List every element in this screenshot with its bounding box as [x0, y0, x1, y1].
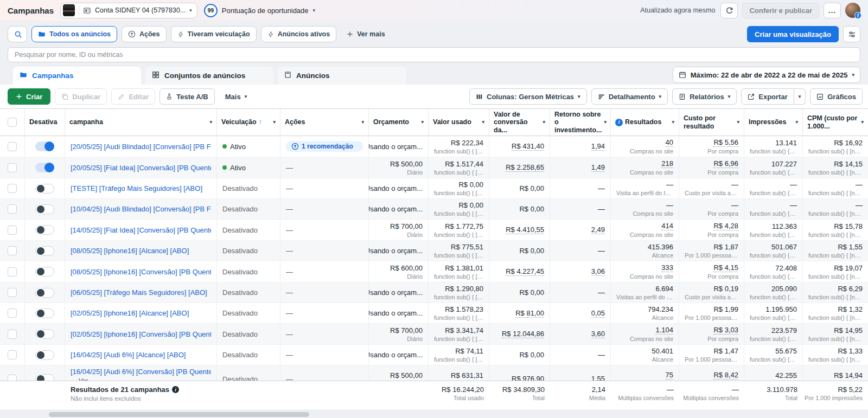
row-checkbox[interactable] — [8, 308, 17, 318]
settings-sliders-button[interactable] — [843, 26, 860, 42]
conversion-value: R$ 2.258,65 — [489, 157, 550, 178]
filter-chip-todos-os-anúncios[interactable]: Todos os anúncios — [31, 26, 117, 42]
campaign-toggle[interactable] — [35, 246, 54, 256]
search-button[interactable] — [8, 26, 27, 42]
filter-chip-tiveram-veiculação[interactable]: Tiveram veiculação — [171, 26, 257, 42]
campaign-link[interactable]: [06/05/25] [Tráfego Mais Seguidores] [AB… — [71, 288, 211, 297]
conversion-value: R$ 4.227,45 — [489, 261, 550, 282]
campaign-toggle[interactable] — [35, 288, 54, 298]
campaign-link[interactable]: [14/05/25] [Fiat Idea] [Conversão] [PB Q… — [71, 226, 211, 234]
impressions: 107.227function sub() { [native code] } — [744, 157, 803, 178]
no-action-dash: — — [286, 164, 363, 172]
row-checkbox[interactable] — [8, 330, 17, 339]
column-menu-icon[interactable]: ▾ — [861, 119, 864, 125]
info-icon[interactable]: i — [172, 386, 179, 393]
row-toggle-cell — [25, 324, 65, 344]
campaign-link[interactable]: [10/04/25] [Audi Blindado] [Conversão] [… — [71, 205, 211, 213]
campaign-toggle[interactable] — [35, 204, 54, 214]
campaign-link[interactable]: [20/05/25] [Audi Blindado] [Conversão] [… — [71, 143, 211, 151]
column-menu-icon[interactable]: ▾ — [209, 119, 212, 125]
campaign-link[interactable]: [08/05/25] [Iphone16] [Alcance] [ABO] — [71, 247, 211, 255]
row-checkbox[interactable] — [8, 163, 17, 172]
info-icon[interactable]: i — [615, 119, 623, 126]
filter-chip-ações[interactable]: Ações — [122, 26, 167, 42]
campaign-toggle[interactable] — [35, 184, 54, 194]
refresh-button[interactable] — [720, 3, 738, 18]
campaign-toggle[interactable] — [35, 225, 54, 235]
mais-button[interactable]: Mais▾ — [219, 88, 253, 105]
recommendation-pill[interactable]: 1 recomendação — [286, 141, 363, 152]
search-input[interactable] — [8, 47, 860, 62]
column-menu-icon[interactable]: ▾ — [421, 119, 424, 125]
column-menu-icon[interactable]: ▾ — [604, 119, 607, 125]
campaign-link[interactable]: [02/05/25] [Iphone16] [Alcance] [ABO] — [71, 309, 211, 317]
row-checkbox[interactable] — [8, 226, 17, 235]
row-checkbox[interactable] — [8, 246, 17, 255]
row-checkbox[interactable] — [8, 288, 17, 297]
detalhamento-button[interactable]: Detalhamento▾ — [591, 88, 668, 105]
campaign-toggle[interactable] — [35, 350, 54, 360]
exportar-button[interactable]: Exportar — [741, 88, 794, 105]
opportunity-score[interactable]: 99 Pontuação de oportunidade ▾ — [204, 4, 315, 17]
row-checkbox[interactable] — [8, 184, 17, 193]
impressions-sublabel: function sub() { [native code] } — [750, 273, 797, 280]
campaign-link[interactable]: [02/05/25] [Iphone16] [Conversão] [PB Qu… — [71, 330, 211, 338]
create-view-button[interactable]: Criar uma visualização — [747, 26, 839, 42]
date-range-selector[interactable]: Máximo: 22 de abr de 2022 a 22 de mai de… — [673, 67, 860, 83]
column-menu-icon[interactable]: ▾ — [795, 119, 798, 125]
campaign-link[interactable]: [16/04/25] [Audi 6%] [Alcance] [ABO] — [71, 351, 211, 359]
tab-campanhas[interactable]: Campanhas — [13, 67, 141, 85]
gr-ficos-button[interactable]: Gráficos — [810, 88, 863, 105]
total-cost-per-result: —Múltiplas conversões — [679, 381, 744, 410]
impressions-value: 55.675 — [775, 347, 797, 355]
campaign-link[interactable]: [16/04/25] [Audi 6%] [Conversão] [PB Que… — [71, 368, 211, 376]
campaign-toggle[interactable] — [35, 308, 54, 318]
ads-manager-page: Campanhas Conta SIDNEY 04 (5797830... ▾ … — [0, 0, 868, 418]
column-label: Custo por resultado — [684, 114, 735, 130]
column-menu-icon[interactable]: ▾ — [542, 119, 545, 125]
filter-chip-ver-mais[interactable]: Ver mais — [341, 26, 391, 42]
editar-button[interactable]: Editar — [111, 88, 155, 105]
more-options-button[interactable]: ... — [824, 3, 841, 18]
tab-conjuntos-de-anúncios[interactable]: Conjuntos de anúncios — [145, 67, 273, 85]
relat-rios-button[interactable]: Relatórios▾ — [672, 88, 737, 105]
account-selector[interactable]: Conta SIDNEY 04 (5797830... ▾ — [60, 3, 197, 18]
campaign-link[interactable]: [20/05/25] [Fiat Idea] [Conversão] [PB Q… — [71, 164, 211, 172]
conversion-value: R$ 431,40 — [489, 136, 550, 157]
row-checkbox[interactable] — [8, 204, 17, 214]
campaign-link[interactable]: [08/05/25] [Iphone16] [Conversão] [PB Qu… — [71, 268, 211, 276]
column-menu-icon[interactable]: ▾ — [482, 119, 484, 125]
delivery-status-cell: Desativado — [217, 241, 280, 261]
budget-value: R$ 500,00 — [390, 160, 423, 168]
column-menu-icon[interactable]: ▾ — [672, 119, 674, 125]
sort-ascending-icon[interactable]: ↑ — [259, 119, 262, 126]
cost-per-result-sublabel: Custo por visita ao per... — [685, 294, 738, 300]
campaign-toggle[interactable] — [35, 267, 54, 276]
filter-chip-anúncios-ativos[interactable]: Anúncios ativos — [261, 26, 337, 42]
campaign-toggle[interactable] — [35, 329, 54, 339]
row-checkbox[interactable] — [8, 350, 17, 359]
roas-value: 3,06 — [591, 267, 605, 276]
review-publish-button[interactable]: Conferir e publicar — [742, 3, 819, 18]
select-all-checkbox[interactable] — [8, 118, 17, 127]
export-dropdown-button[interactable]: ▾ — [794, 88, 806, 105]
campaign-toggle[interactable] — [35, 163, 54, 172]
scrollbar-thumb[interactable] — [49, 412, 309, 417]
cpm: —function sub() { [native code] } — [803, 199, 868, 219]
column-menu-icon[interactable]: ▾ — [273, 119, 276, 125]
column-menu-icon[interactable]: ▾ — [737, 119, 739, 125]
campaign-link[interactable]: [TESTE] [Tráfego Mais Seguidores] [ABO] — [71, 184, 211, 192]
cpm: R$ 14,15function sub() { [native code] } — [803, 157, 868, 178]
avatar[interactable]: f — [845, 3, 860, 18]
teste-a-b-button[interactable]: Teste A/B — [159, 88, 215, 105]
column-menu-icon[interactable]: ▾ — [361, 119, 364, 125]
tab-anúncios[interactable]: Anúncios — [278, 67, 406, 85]
conversion-value-value: R$ 4.410,55 — [506, 226, 544, 234]
campaign-toggle[interactable] — [35, 142, 54, 151]
row-checkbox[interactable] — [8, 142, 17, 151]
row-checkbox[interactable] — [8, 267, 17, 276]
colunas-gerson-m-tricas-button[interactable]: Colunas: Gerson Métricas▾ — [469, 88, 587, 105]
duplicar-button[interactable]: Duplicar — [55, 88, 107, 105]
create-button[interactable]: Criar — [8, 88, 50, 105]
results: —Compra no site — [611, 199, 679, 219]
